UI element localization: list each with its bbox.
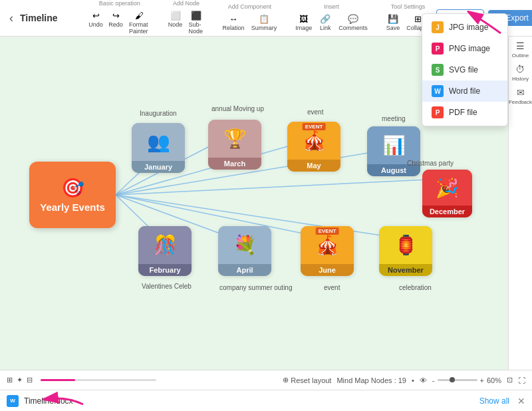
zoom-level: 60% [487,376,501,384]
format-painter-icon: 🖌 [133,9,146,21]
word-icon: W [432,85,444,97]
relation-button[interactable]: ↔ Relation [220,11,247,33]
pdf-icon: P [432,106,444,118]
undo-button[interactable]: ↩ Undo [86,8,105,36]
add-component-buttons: ↔ Relation 📋 Summary [220,11,280,33]
grid-icon[interactable]: ⊞ [7,376,13,384]
december-icon: 🎉 [422,170,472,206]
export-dropdown: J JPG image P PNG image S SVG file W Wor… [422,13,508,126]
node-january[interactable]: 👥 January [132,123,185,173]
app-title: Timeline [20,13,66,23]
layout-icon[interactable]: ⊟ [27,376,33,384]
march-label: March [208,158,261,170]
format-painter-label: Format Painter [129,21,150,35]
may-label: May [287,160,340,172]
node-april[interactable]: 💐 April [218,226,271,276]
toolbar-group-add-component: Add Component ↔ Relation 📋 Summary [220,3,280,33]
toolbar-group-basic: Basic operation ↩ Undo ↪ Redo 🖌 Format P… [86,0,153,36]
basic-op-label: Basic operation [99,0,140,7]
pdf-label: PDF file [449,108,477,117]
redo-button[interactable]: ↪ Redo [106,8,125,36]
bottom-toolbar: ⊞ ✦ ⊟ ⊕ Reset layout Mind Map Nodes : 19… [0,370,532,390]
export-png-item[interactable]: P PNG image [422,38,507,59]
export-svg-item[interactable]: S SVG file [422,59,507,80]
show-all-button[interactable]: Show all [479,396,509,406]
save-button[interactable]: 💾 Save [384,11,403,33]
annotation-may-event: event [307,108,323,116]
add-node-buttons: ⬜ Node ⬛ Sub-Node [166,8,207,36]
outline-label: Outline [512,53,529,59]
node-button[interactable]: ⬜ Node [166,8,185,36]
reset-label: Reset layout [291,376,331,384]
annotation-celebration: celebration [399,284,432,291]
node-december[interactable]: 🎉 December [422,170,472,217]
node-may[interactable]: EVENT 🎪 May [287,122,340,172]
format-painter-button[interactable]: 🖌 Format Painter [126,8,153,36]
zoom-out-btn[interactable]: - [432,376,435,384]
sub-node-button[interactable]: ⬛ Sub-Node [186,8,207,36]
june-icon: EVENT 🎪 [301,226,354,264]
june-label: June [301,264,354,276]
file-type-icon: W [7,395,19,407]
node-june[interactable]: EVENT 🎪 June [301,226,354,276]
zoom-in-btn[interactable]: + [480,376,484,384]
november-label: November [379,264,432,276]
relation-icon: ↔ [227,13,240,25]
file-close-button[interactable]: ✕ [517,396,525,406]
settings-icon[interactable]: ✦ [17,376,23,384]
february-label: February [138,264,192,276]
image-button[interactable]: 🖼 Image [293,11,315,33]
link-label: Link [320,25,331,31]
eye-icon[interactable]: 👁 [420,376,427,384]
file-name: Timeline.docx [24,396,73,406]
toolbar-group-insert: Insert 🖼 Image 🔗 Link 💬 Comments [293,3,370,33]
history-button[interactable]: ⏱ History [512,64,529,82]
history-icon: ⏱ [515,64,525,74]
svg-icon: S [432,64,444,76]
link-button[interactable]: 🔗 Link [316,11,334,33]
file-bar: W Timeline.docx Show all ✕ [0,390,532,411]
node-march[interactable]: 🏆 March [208,120,261,170]
april-icon: 💐 [218,226,271,264]
export-pdf-item[interactable]: P PDF file [422,102,507,123]
zoom-controls: - + 60% [432,376,501,384]
save-icon: 💾 [386,13,400,25]
feedback-button[interactable]: ✉ Feedback [509,87,532,105]
image-icon: 🖼 [297,13,311,25]
zoom-slider[interactable] [438,379,477,381]
node-february[interactable]: 🎊 February [138,226,192,276]
node-icon: ⬜ [169,9,182,21]
march-icon: 🏆 [208,120,261,158]
reset-layout-btn[interactable]: ⊕ Reset layout [283,376,331,384]
insert-label: Insert [324,3,339,10]
sub-node-label: Sub-Node [189,21,204,35]
april-label: April [218,264,271,276]
add-component-label: Add Component [228,3,271,10]
history-label: History [512,76,529,82]
fit-screen-btn[interactable]: ⊡ [507,376,513,384]
export-jpg-item[interactable]: J JPG image [422,17,507,38]
insert-buttons: 🖼 Image 🔗 Link 💬 Comments [293,11,370,33]
right-panel: ☰ Outline ⏱ History ✉ Feedback [508,37,532,370]
node-august[interactable]: 📊 August [367,126,420,176]
mind-map-nodes-label: Mind Map Nodes : 19 [336,376,406,384]
annotation-annual-moving: annual Moving up [211,105,264,112]
annotation-christmas: Christmas party [407,160,454,167]
export-label: Export [505,13,529,23]
export-word-item[interactable]: W Word file [422,80,507,102]
annotation-inauguration: Inauguration [140,110,177,117]
node-november[interactable]: 🏮 November [379,226,432,276]
tool-settings-label: Tool Settings [391,3,426,10]
annotation-meeting: meeting [382,115,406,122]
back-button[interactable]: ‹ [5,9,17,28]
root-node[interactable]: 🎯 Yearly Events [29,162,116,228]
jpg-label: JPG image [449,23,488,32]
may-icon: EVENT 🎪 [287,122,340,160]
outline-button[interactable]: ☰ Outline [512,41,529,59]
fullscreen-btn[interactable]: ⛶ [518,376,525,384]
summary-button[interactable]: 📋 Summary [249,11,280,33]
comments-button[interactable]: 💬 Comments [336,11,370,33]
jpg-icon: J [432,21,444,33]
relation-label: Relation [223,25,245,31]
add-node-label: Add Node [173,0,200,7]
